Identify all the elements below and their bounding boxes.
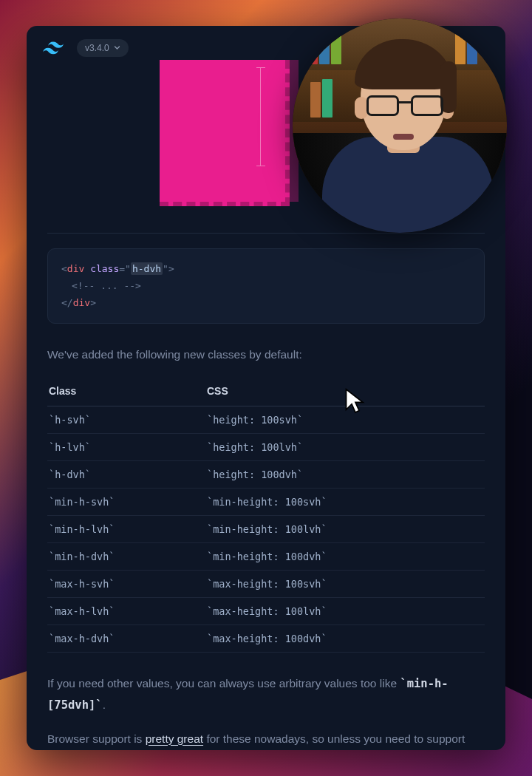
tailwind-logo-icon <box>43 41 64 55</box>
table-row: `h-dvh``height: 100dvh` <box>47 461 485 489</box>
class-name-cell: `min-h-svh` <box>47 489 205 516</box>
class-name-cell: `min-h-lvh` <box>47 516 205 543</box>
class-name-cell: `max-h-lvh` <box>47 598 205 625</box>
class-name-cell: `max-h-dvh` <box>47 625 205 653</box>
css-value-cell: `max-height: 100svh` <box>205 571 485 598</box>
css-value-cell: `height: 100lvh` <box>205 434 485 461</box>
table-header-css: CSS <box>205 385 485 406</box>
css-value-cell: `min-height: 100svh` <box>205 489 485 516</box>
table-row: `max-h-dvh``max-height: 100dvh` <box>47 625 485 653</box>
demo-phone-viewport <box>160 60 290 206</box>
class-name-cell: `max-h-svh` <box>47 571 205 598</box>
version-label: v3.4.0 <box>85 43 109 53</box>
table-row: `min-h-lvh``min-height: 100lvh` <box>47 516 485 543</box>
version-selector[interactable]: v3.4.0 <box>77 39 129 57</box>
table-row: `min-h-svh``min-height: 100svh` <box>47 489 485 516</box>
css-value-cell: `height: 100dvh` <box>205 461 485 489</box>
class-name-cell: `h-lvh` <box>47 434 205 461</box>
table-row: `h-svh``height: 100svh` <box>47 406 485 434</box>
section-divider <box>47 233 485 234</box>
table-row: `max-h-svh``max-height: 100svh` <box>47 571 485 598</box>
class-name-cell: `h-dvh` <box>47 461 205 489</box>
css-value-cell: `min-height: 100lvh` <box>205 516 485 543</box>
chevron-down-icon <box>114 43 120 53</box>
intro-paragraph: We've added the following new classes by… <box>47 344 485 364</box>
class-name-cell: `h-svh` <box>47 406 205 434</box>
code-example[interactable]: <div class="h-dvh"> <!-- ... --> </div> <box>47 248 485 324</box>
css-value-cell: `height: 100svh` <box>205 406 485 434</box>
browser-support-link[interactable]: pretty great <box>146 732 203 745</box>
css-value-cell: `max-height: 100dvh` <box>205 625 485 653</box>
class-name-cell: `min-h-dvh` <box>47 543 205 571</box>
arbitrary-values-paragraph: If you need other values, you can always… <box>47 673 485 715</box>
table-row: `h-lvh``height: 100lvh` <box>47 434 485 461</box>
classes-table: Class CSS `h-svh``height: 100svh``h-lvh`… <box>47 385 485 653</box>
webcam-overlay <box>293 18 507 233</box>
table-header-class: Class <box>47 385 205 406</box>
table-row: `max-h-lvh``max-height: 100lvh` <box>47 598 485 625</box>
browser-support-paragraph: Browser support is pretty great for thes… <box>47 729 485 750</box>
css-value-cell: `min-height: 100dvh` <box>205 543 485 571</box>
css-value-cell: `max-height: 100lvh` <box>205 598 485 625</box>
table-row: `min-h-dvh``min-height: 100dvh` <box>47 543 485 571</box>
demo-measure-line <box>260 67 261 166</box>
